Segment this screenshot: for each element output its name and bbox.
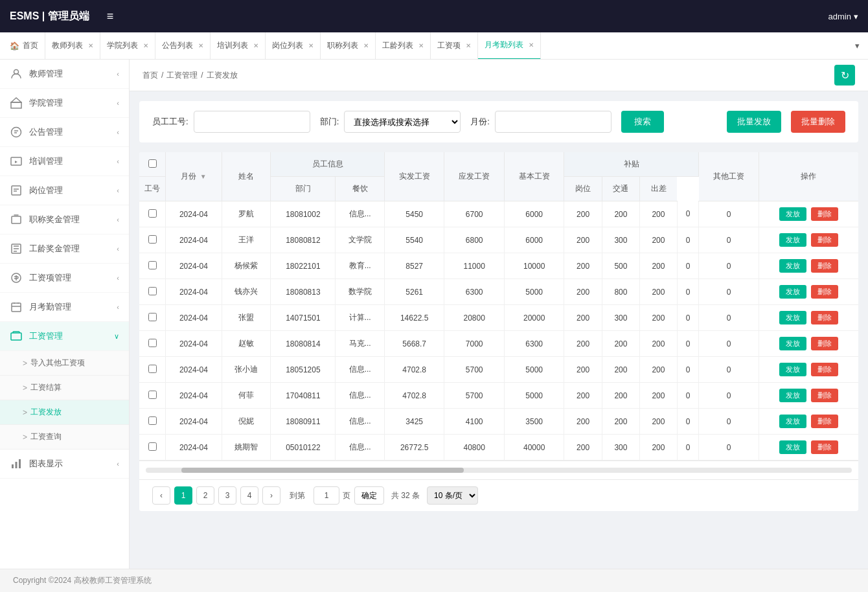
next-page-button[interactable]: ›	[262, 486, 280, 505]
page-3-button[interactable]: 3	[218, 486, 236, 505]
sidebar-item-monthly-mgmt[interactable]: 月考勤管理 ‹	[0, 293, 129, 322]
tab-notice-list[interactable]: 公告列表 ✕	[155, 32, 211, 60]
tab-training-list-close[interactable]: ✕	[253, 42, 258, 49]
scrollbar-thumb[interactable]	[181, 468, 464, 473]
row-checkbox-6[interactable]	[148, 365, 157, 373]
delete-button-5[interactable]: 删除	[811, 337, 838, 350]
row-checkbox-cell[interactable]	[139, 357, 166, 383]
tab-more-icon[interactable]: ▾	[850, 41, 865, 51]
sidebar-item-salary-release[interactable]: 工资发放	[0, 400, 129, 425]
release-button-2[interactable]: 发放	[779, 259, 806, 273]
tab-college-list-close[interactable]: ✕	[143, 42, 148, 49]
tab-college-list[interactable]: 学院列表 ✕	[100, 32, 155, 60]
refresh-button[interactable]: ↻	[834, 65, 855, 85]
breadcrumb-salary-mgmt[interactable]: 工资管理	[166, 70, 198, 81]
row-checkbox-1[interactable]	[148, 235, 157, 244]
tab-post-list[interactable]: 岗位列表 ✕	[266, 32, 321, 60]
row-checkbox-5[interactable]	[148, 339, 157, 347]
row-checkbox-3[interactable]	[148, 287, 157, 295]
tab-teacher-list-close[interactable]: ✕	[88, 42, 93, 49]
goto-input[interactable]	[314, 486, 339, 505]
row-checkbox-cell[interactable]	[139, 435, 166, 461]
row-checkbox-9[interactable]	[148, 442, 157, 451]
row-checkbox-cell[interactable]	[139, 227, 166, 253]
department-select[interactable]: 直接选择或搜索选择 信息学院 文学院 教育学院 数学学院 计算机学院	[344, 111, 461, 133]
tab-monthly-attendance[interactable]: 月考勤列表 ✕	[478, 32, 541, 60]
row-checkbox-4[interactable]	[148, 313, 157, 321]
release-button-4[interactable]: 发放	[779, 311, 806, 324]
row-checkbox-2[interactable]	[148, 261, 157, 269]
tab-seniority-list[interactable]: 工龄列表 ✕	[376, 32, 431, 60]
row-checkbox-8[interactable]	[148, 416, 157, 425]
row-checkbox-cell[interactable]	[139, 409, 166, 435]
sidebar-item-teacher[interactable]: 教师管理 ‹	[0, 60, 129, 89]
sidebar-item-post[interactable]: 岗位管理 ‹	[0, 176, 129, 205]
release-button-9[interactable]: 发放	[779, 440, 806, 454]
month-input[interactable]	[495, 111, 611, 133]
tab-teacher-list[interactable]: 教师列表 ✕	[45, 32, 100, 60]
tab-title-list-close[interactable]: ✕	[363, 42, 369, 49]
select-all-header[interactable]	[139, 152, 166, 177]
sidebar-item-seniority-award[interactable]: 工龄奖金管理 ‹	[0, 234, 129, 264]
horizontal-scrollbar[interactable]	[139, 461, 858, 479]
sidebar-item-title-award[interactable]: 职称奖金管理 ‹	[0, 205, 129, 234]
sidebar-item-salary-mgmt[interactable]: 工资管理 ∨	[0, 322, 129, 351]
tab-title-list[interactable]: 职称列表 ✕	[321, 32, 376, 60]
delete-button-3[interactable]: 删除	[811, 285, 838, 299]
release-button-1[interactable]: 发放	[779, 233, 806, 247]
release-button-7[interactable]: 发放	[779, 389, 806, 402]
page-1-button[interactable]: 1	[174, 486, 192, 505]
tab-home[interactable]: 🏠 首页	[3, 32, 45, 60]
tab-post-list-close[interactable]: ✕	[308, 42, 314, 49]
menu-icon[interactable]: ≡	[107, 10, 114, 23]
prev-page-button[interactable]: ‹	[152, 486, 170, 505]
employee-id-input[interactable]	[194, 111, 310, 133]
scrollbar-track[interactable]	[146, 468, 852, 473]
release-button-0[interactable]: 发放	[779, 207, 806, 221]
sidebar-item-training[interactable]: 培训管理 ‹	[0, 147, 129, 176]
batch-release-button[interactable]: 批量发放	[727, 111, 781, 133]
release-button-3[interactable]: 发放	[779, 285, 806, 299]
release-button-6[interactable]: 发放	[779, 363, 806, 376]
page-size-select[interactable]: 10 条/页 20 条/页 50 条/页	[427, 486, 478, 505]
sidebar-item-salary-item-mgmt[interactable]: 工资项管理 ‹	[0, 264, 129, 293]
tab-salary-item[interactable]: 工资项 ✕	[431, 32, 478, 60]
sidebar-item-college[interactable]: 学院管理 ‹	[0, 89, 129, 118]
batch-delete-button[interactable]: 批量删除	[791, 111, 845, 133]
row-checkbox-cell[interactable]	[139, 201, 166, 227]
delete-button-0[interactable]: 删除	[811, 207, 838, 221]
tab-training-list[interactable]: 培训列表 ✕	[211, 32, 266, 60]
row-food: 200	[564, 253, 602, 279]
row-checkbox-cell[interactable]	[139, 383, 166, 409]
delete-button-9[interactable]: 删除	[811, 440, 838, 454]
delete-button-1[interactable]: 删除	[811, 233, 838, 247]
sidebar-item-import-other[interactable]: 导入其他工资项	[0, 351, 129, 376]
tab-seniority-list-close[interactable]: ✕	[418, 42, 424, 49]
row-checkbox-cell[interactable]	[139, 279, 166, 305]
row-checkbox-cell[interactable]	[139, 305, 166, 331]
delete-button-8[interactable]: 删除	[811, 415, 838, 428]
tab-notice-list-close[interactable]: ✕	[198, 42, 203, 49]
page-4-button[interactable]: 4	[240, 486, 258, 505]
tab-monthly-attendance-close[interactable]: ✕	[529, 41, 534, 49]
delete-button-7[interactable]: 删除	[811, 389, 838, 402]
release-button-8[interactable]: 发放	[779, 415, 806, 428]
delete-button-4[interactable]: 删除	[811, 311, 838, 324]
sidebar-item-salary-calc[interactable]: 工资结算	[0, 376, 129, 400]
page-2-button[interactable]: 2	[196, 486, 214, 505]
row-checkbox-cell[interactable]	[139, 331, 166, 357]
row-checkbox-cell[interactable]	[139, 253, 166, 279]
row-checkbox-7[interactable]	[148, 391, 157, 399]
release-button-5[interactable]: 发放	[779, 337, 806, 350]
sidebar-item-chart[interactable]: 图表显示 ‹	[0, 450, 129, 479]
delete-button-6[interactable]: 删除	[811, 363, 838, 376]
tab-salary-item-close[interactable]: ✕	[466, 42, 471, 49]
select-all-checkbox[interactable]	[148, 159, 157, 168]
search-button[interactable]: 搜索	[621, 111, 664, 133]
delete-button-2[interactable]: 删除	[811, 259, 838, 273]
row-checkbox-0[interactable]	[148, 209, 157, 218]
breadcrumb-home[interactable]: 首页	[143, 70, 158, 81]
sidebar-item-notice[interactable]: 公告管理 ‹	[0, 118, 129, 147]
sidebar-item-salary-query[interactable]: 工资查询	[0, 425, 129, 450]
goto-confirm-button[interactable]: 确定	[354, 486, 384, 505]
